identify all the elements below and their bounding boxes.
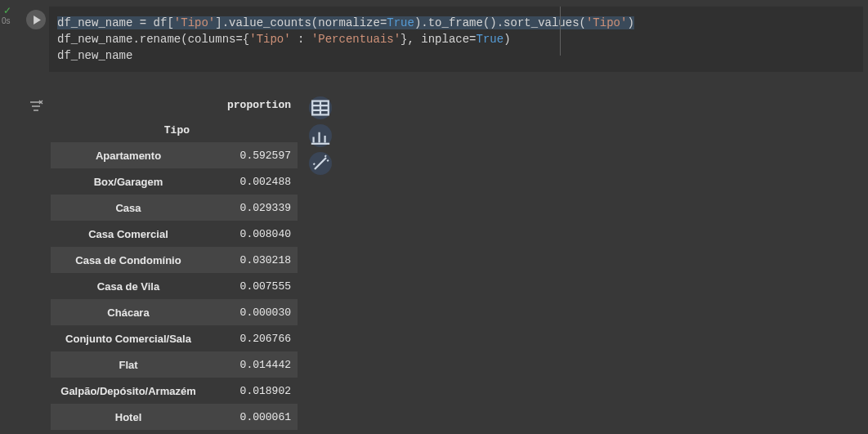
row-value: 0.018902: [214, 385, 298, 397]
table-row: Hotel0.000061: [51, 404, 298, 430]
code-text: df_new_name: [57, 49, 132, 62]
row-index-label: Chácara: [51, 306, 214, 319]
table-row: Casa de Vila0.007555: [51, 273, 298, 299]
code-text: ): [627, 16, 633, 29]
code-string: 'Percentuais': [311, 33, 400, 46]
dataframe-index-name-row: Tipo: [51, 118, 298, 142]
exec-time-label: 0s: [2, 16, 11, 25]
table-row: Galpão/Depósito/Armazém0.018902: [51, 378, 298, 404]
row-index-label: Apartamento: [51, 150, 214, 162]
dataframe-header-row: proportion: [51, 92, 298, 118]
code-text: ].value_counts(normalize=: [215, 16, 387, 29]
code-text: df_new_name.rename(columns={: [57, 33, 249, 46]
row-value: 0.014442: [214, 359, 298, 371]
code-text: ): [503, 33, 510, 46]
row-index-label: Conjunto Comercial/Sala: [51, 333, 214, 345]
row-value: 0.592597: [214, 150, 298, 162]
cell-gutter: ✓ 0s: [0, 0, 46, 434]
magic-wand-icon: [309, 152, 332, 175]
row-index-label: Box/Garagem: [51, 176, 214, 188]
code-string: 'Tipo': [586, 16, 627, 29]
play-icon: [33, 16, 42, 25]
table-row: Conjunto Comercial/Sala0.206766: [51, 325, 298, 351]
row-index-label: Casa de Vila: [51, 280, 214, 293]
suggest-charts-button[interactable]: [309, 152, 332, 175]
view-as-chart-button[interactable]: [309, 124, 332, 147]
row-value: 0.007555: [214, 280, 298, 293]
table-row: Casa Comercial0.008040: [51, 221, 298, 247]
code-string: 'Tipo': [249, 33, 290, 46]
row-value: 0.029339: [214, 202, 298, 214]
output-action-icons: [309, 96, 333, 175]
dataframe-table: proportion Tipo Apartamento0.592597Box/G…: [51, 92, 298, 430]
row-value: 0.008040: [214, 228, 298, 240]
dataframe-output: proportion Tipo Apartamento0.592597Box/G…: [51, 92, 345, 430]
row-value: 0.030218: [214, 254, 298, 266]
row-value: 0.000061: [214, 411, 298, 423]
bar-chart-icon: [309, 124, 332, 147]
table-row: Casa de Condomínio0.030218: [51, 247, 298, 273]
row-value: 0.206766: [214, 333, 298, 345]
code-string: 'Tipo': [174, 16, 215, 29]
output-toggle-button[interactable]: [28, 98, 44, 114]
row-index-label: Casa de Condomínio: [51, 254, 214, 266]
table-row: Apartamento0.592597: [51, 142, 298, 168]
table-row: Casa0.029339: [51, 195, 298, 221]
view-as-table-button[interactable]: [309, 96, 332, 119]
row-index-label: Casa: [51, 202, 214, 214]
filter-variable-icon: [28, 98, 44, 114]
cursor-caret: [560, 7, 561, 56]
code-text: :: [291, 33, 311, 46]
row-value: 0.002488: [214, 176, 298, 188]
row-index-label: Galpão/Depósito/Armazém: [51, 385, 214, 397]
code-keyword: True: [477, 33, 504, 46]
row-index-label: Flat: [51, 359, 214, 371]
column-header: proportion: [214, 99, 298, 111]
code-cell[interactable]: df_new_name = df['Tipo'].value_counts(no…: [49, 7, 863, 72]
code-text: }, inplace=: [400, 33, 476, 46]
row-value: 0.000030: [214, 306, 298, 319]
row-index-label: Hotel: [51, 411, 214, 423]
status-check-icon: ✓: [3, 5, 11, 16]
run-cell-button[interactable]: [26, 10, 46, 29]
table-row: Flat0.014442: [51, 351, 298, 378]
table-row: Box/Garagem0.002488: [51, 168, 298, 195]
table-row: Chácara0.000030: [51, 299, 298, 325]
code-keyword: True: [387, 16, 414, 29]
code-text: df_new_name = df[: [57, 16, 174, 29]
row-index-label: Casa Comercial: [51, 228, 214, 240]
table-icon: [309, 96, 332, 119]
index-name-label: Tipo: [51, 124, 214, 136]
